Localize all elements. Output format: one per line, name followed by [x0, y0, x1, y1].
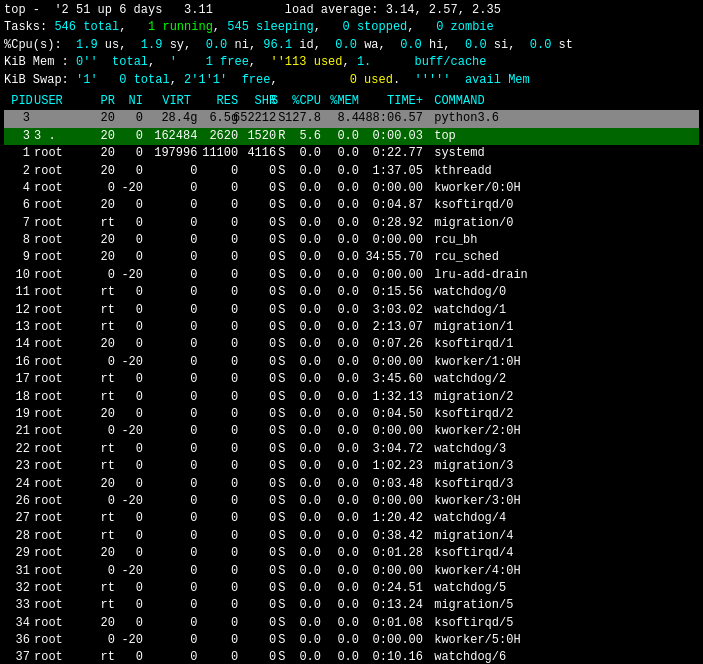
cell-ni: -20	[119, 354, 147, 371]
cell-cmd: ksoftirqd/1	[427, 336, 699, 353]
cell-user: root	[34, 423, 89, 440]
cell-shr: 0	[233, 267, 271, 284]
cell-cmd: watchdog/1	[427, 302, 699, 319]
cell-pid: 21	[4, 423, 34, 440]
table-row: 3 20 0 28.4g 6.5g652212 S127.8 8.4488:06…	[4, 110, 699, 127]
cell-shr: 652212	[233, 110, 271, 127]
cell-ni: 0	[119, 371, 147, 388]
cell-ni: 0	[119, 215, 147, 232]
cell-ni: 0	[119, 249, 147, 266]
cell-shr: 0	[233, 632, 271, 649]
cell-cpu: 0.0	[285, 597, 323, 614]
cell-user: root	[34, 493, 89, 510]
cell-s: S	[271, 319, 285, 336]
cell-mem: 0.0	[323, 580, 357, 597]
table-row: 6root 20 0 0 0 0 S 0.0 0.0 0:04.87 ksoft…	[4, 197, 699, 214]
cell-shr: 1520	[233, 128, 271, 145]
cell-user: root	[34, 458, 89, 475]
cell-time: 488:06.57	[357, 110, 427, 127]
cell-s: S	[271, 371, 285, 388]
cell-shr: 0	[233, 649, 271, 664]
cell-cpu: 0.0	[285, 493, 323, 510]
cell-pr: rt	[89, 371, 119, 388]
cell-mem: 0.0	[323, 563, 357, 580]
table-row: 10root 0-20 0 0 0 S 0.0 0.0 0:00.00 lru-…	[4, 267, 699, 284]
cell-ni: 0	[119, 319, 147, 336]
cell-cpu: 0.0	[285, 649, 323, 664]
cell-ni: 0	[119, 458, 147, 475]
cell-time: 0:22.77	[357, 145, 427, 162]
cell-res: 0	[195, 597, 233, 614]
cell-cmd: rcu_sched	[427, 249, 699, 266]
table-row: 37root rt 0 0 0 0 S 0.0 0.0 0:10.16 watc…	[4, 649, 699, 664]
cell-pr: rt	[89, 597, 119, 614]
cell-cmd: watchdog/0	[427, 284, 699, 301]
cell-mem: 0.0	[323, 163, 357, 180]
cell-cpu: 0.0	[285, 197, 323, 214]
cell-pid: 31	[4, 563, 34, 580]
cell-time: 0:00.00	[357, 180, 427, 197]
cell-res: 0	[195, 649, 233, 664]
cell-ni: 0	[119, 649, 147, 664]
cell-time: 1:32.13	[357, 389, 427, 406]
cell-time: 1:02.23	[357, 458, 427, 475]
cell-virt: 0	[147, 615, 195, 632]
cell-s: S	[271, 110, 285, 127]
cell-virt: 0	[147, 423, 195, 440]
cell-ni: 0	[119, 389, 147, 406]
cell-cpu: 0.0	[285, 371, 323, 388]
terminal-window: top - '2 51 up 6 days 3.11 load average:…	[0, 0, 703, 664]
cell-pr: 20	[89, 249, 119, 266]
cell-virt: 0	[147, 180, 195, 197]
cell-time: 0:38.42	[357, 528, 427, 545]
cell-virt: 0	[147, 649, 195, 664]
cell-ni: 0	[119, 476, 147, 493]
col-header-cpu: %CPU	[285, 93, 323, 110]
cell-pid: 34	[4, 615, 34, 632]
cell-shr: 4116	[233, 145, 271, 162]
table-row: 14root 20 0 0 0 0 S 0.0 0.0 0:07.26 ksof…	[4, 336, 699, 353]
cell-s: S	[271, 441, 285, 458]
cell-virt: 0	[147, 528, 195, 545]
cell-res: 0	[195, 563, 233, 580]
cell-ni: 0	[119, 510, 147, 527]
cell-shr: 0	[233, 284, 271, 301]
cell-pid: 7	[4, 215, 34, 232]
cell-ni: 0	[119, 615, 147, 632]
cell-pr: 20	[89, 615, 119, 632]
cell-pid: 1	[4, 145, 34, 162]
cell-cpu: 0.0	[285, 232, 323, 249]
cell-mem: 0.0	[323, 528, 357, 545]
table-header: PID USER PR NI VIRT RES SHR S %CPU %MEM …	[4, 93, 699, 110]
cell-ni: -20	[119, 632, 147, 649]
cell-cpu: 0.0	[285, 267, 323, 284]
cell-virt: 0	[147, 563, 195, 580]
cell-pid: 23	[4, 458, 34, 475]
table-row: 24root 20 0 0 0 0 S 0.0 0.0 0:03.48 ksof…	[4, 476, 699, 493]
cell-cmd: kthreadd	[427, 163, 699, 180]
cell-user: root	[34, 284, 89, 301]
cell-s: S	[271, 406, 285, 423]
cell-mem: 0.0	[323, 145, 357, 162]
cell-time: 0:00.00	[357, 563, 427, 580]
cell-virt: 0	[147, 267, 195, 284]
table-row: 16root 0-20 0 0 0 S 0.0 0.0 0:00.00 kwor…	[4, 354, 699, 371]
cell-res: 0	[195, 580, 233, 597]
cell-cpu: 5.6	[285, 128, 323, 145]
cell-shr: 0	[233, 163, 271, 180]
cell-res: 0	[195, 180, 233, 197]
cell-cmd: rcu_bh	[427, 232, 699, 249]
cell-virt: 197996	[147, 145, 195, 162]
cell-pid: 18	[4, 389, 34, 406]
cell-pid: 16	[4, 354, 34, 371]
cell-res: 0	[195, 371, 233, 388]
cell-pid: 3	[4, 128, 34, 145]
cell-virt: 0	[147, 441, 195, 458]
cell-ni: 0	[119, 528, 147, 545]
cell-mem: 0.0	[323, 284, 357, 301]
cell-cpu: 0.0	[285, 336, 323, 353]
cell-pr: rt	[89, 302, 119, 319]
cell-cmd: kworker/3:0H	[427, 493, 699, 510]
cell-s: S	[271, 458, 285, 475]
cell-shr: 0	[233, 354, 271, 371]
